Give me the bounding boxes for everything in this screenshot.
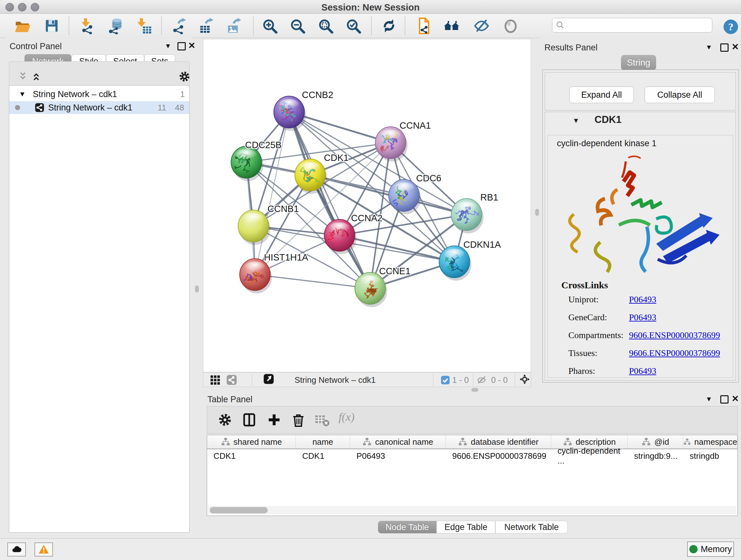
edge-CCNE1-HIST1H1A[interactable] [255,274,370,288]
help-icon[interactable]: ? [722,18,740,36]
search-input[interactable] [566,19,712,32]
network-share-icon[interactable] [226,374,237,385]
zoom-out-icon[interactable] [288,17,307,35]
import-network-database-icon[interactable] [107,17,125,35]
crosslink-link[interactable]: P06493 [629,294,657,305]
cloud-button[interactable] [7,543,26,557]
table-panel-close-icon[interactable] [732,395,739,403]
cell-canonical-name[interactable]: P06493 [350,449,446,462]
results-panel-maximize-icon[interactable] [720,44,729,52]
delete-table-icon[interactable] [314,412,330,428]
warnings-button[interactable] [35,543,53,557]
column-header-canonical-name[interactable]: canonical name [350,435,446,449]
table-panel-float-icon[interactable]: ▼ [705,395,712,403]
houses-icon[interactable] [443,17,461,35]
window-titlebar: Session: New Session [0,0,741,14]
tree-expander-icon[interactable]: ▼ [19,90,26,98]
hide-details-icon[interactable] [473,17,490,35]
splitter-handle[interactable] [471,388,478,392]
tab-node-table[interactable]: Node Table [378,521,436,534]
tab-string[interactable]: String [621,55,656,70]
control-panel-float-icon[interactable]: ▼ [165,42,172,50]
edge-CCNB2-HIST1H1A[interactable] [255,112,289,274]
network-canvas[interactable]: CCNB2CCNA1CDC25BCDK1CDC6RB1CCNB1CCNA2CDK… [203,39,531,372]
results-panel-close-icon[interactable] [732,43,739,51]
import-network-file-icon[interactable] [78,17,96,35]
expand-all-icon[interactable] [31,71,42,82]
node-table-row[interactable]: CDK1CDK1P064939606.ENSP00000378699cyclin… [207,449,738,462]
node-CCNE1[interactable] [355,272,387,307]
collapse-all-icon[interactable] [18,71,29,82]
node-CCNA1[interactable] [375,127,408,162]
node-CDK1[interactable] [295,159,327,194]
gene-expander-icon[interactable]: ▼ [572,117,580,125]
zoom-fit-icon[interactable] [317,17,334,35]
node-table: shared namenamecanonical namedatabase id… [207,435,738,516]
gear-icon[interactable] [178,70,191,83]
import-table-file-icon[interactable] [135,17,152,35]
delete-trash-icon[interactable] [291,412,306,428]
column-header--id[interactable]: @id [628,435,683,449]
crosshair-icon[interactable] [519,374,531,386]
expand-all-button[interactable]: Expand All [569,86,634,103]
network-row-selected[interactable]: String Network – cdk1 11 48 [9,101,189,114]
statusbar-divider [515,374,515,386]
add-column-icon[interactable] [266,412,282,428]
birdseye-view-icon[interactable] [263,374,276,386]
export-table-icon[interactable] [197,17,215,35]
scrollbar-thumb[interactable] [210,507,268,513]
column-header-namespace[interactable]: namespace [683,435,738,449]
tab-network-table[interactable]: Network Table [495,521,568,534]
control-panel-close-icon[interactable] [188,42,195,50]
hidden-eye-icon[interactable] [476,374,487,385]
cell-database-identifier[interactable]: 9606.ENSP00000378699 [446,449,551,462]
cell-description[interactable]: cyclin-dependent ... [551,449,628,462]
column-header-shared-name[interactable]: shared name [207,435,296,449]
splitter-handle[interactable] [535,209,539,216]
save-session-icon[interactable] [43,17,61,35]
network-graph: CCNB2CCNA1CDC25BCDK1CDC6RB1CCNB1CCNA2CDK… [203,39,531,372]
cell-name[interactable]: CDK1 [296,449,350,462]
memory-button[interactable]: Memory [687,542,734,557]
export-network-icon[interactable] [170,17,187,35]
node-CCNB2[interactable] [274,96,306,131]
export-image-icon[interactable] [225,17,243,35]
node-CDC25B[interactable] [231,146,263,181]
collapse-all-button[interactable]: Collapse All [645,86,715,103]
node-HIST1H1A[interactable] [240,259,272,294]
open-file-icon[interactable] [13,17,31,35]
show-columns-icon[interactable] [242,412,257,428]
splitter-handle[interactable] [195,286,199,293]
table-panel-maximize-icon[interactable] [720,395,729,403]
crosslink-link[interactable]: 9606.ENSP00000378699 [629,330,720,340]
tab-edge-table[interactable]: Edge Table [436,521,495,534]
cloud-icon [11,544,22,555]
node-RB1[interactable] [451,199,483,233]
network-node-count: 11 [158,103,166,113]
show-details-icon[interactable] [502,17,520,35]
refresh-icon[interactable] [380,17,398,35]
cell--id[interactable]: stringdb:9... [628,449,683,462]
table-settings-gear-icon[interactable] [217,412,232,428]
table-horizontal-scrollbar[interactable] [208,506,736,514]
crosslink-link[interactable]: 9606.ENSP00000378699 [629,348,720,358]
results-panel-float-icon[interactable]: ▼ [705,44,712,51]
first-neighbors-icon[interactable] [415,17,433,35]
search-box[interactable] [552,18,712,33]
zoom-selected-icon[interactable] [344,17,362,35]
function-builder-icon[interactable]: f(x) [339,410,354,426]
node-CCNA2[interactable] [324,219,356,254]
control-panel-maximize-icon[interactable] [178,42,186,51]
network-collection-row[interactable]: ▼ String Network – cdk1 1 [9,88,189,101]
node-CDKN1A[interactable] [439,246,471,281]
selected-nodes-checkbox[interactable] [441,376,450,384]
grid-view-icon[interactable] [210,374,220,385]
node-CDC6[interactable] [389,179,421,214]
cell-shared-name[interactable]: CDK1 [207,449,296,462]
crosslink-link[interactable]: P06493 [629,312,657,322]
column-header-database-identifier[interactable]: database identifier [446,435,551,449]
zoom-in-icon[interactable] [261,17,279,35]
column-header-name[interactable]: name [296,435,350,449]
crosslink-link[interactable]: P06493 [629,366,657,376]
cell-namespace[interactable]: stringdb [683,449,738,462]
